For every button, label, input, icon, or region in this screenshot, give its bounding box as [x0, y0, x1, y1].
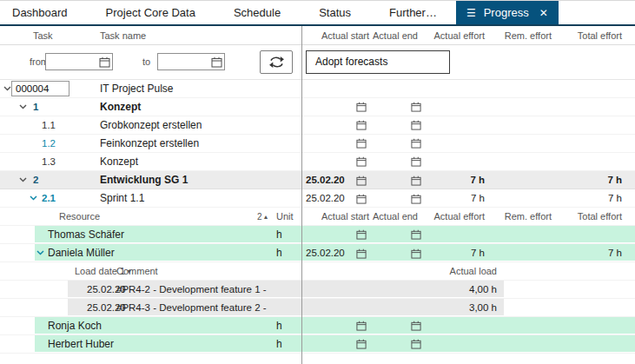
resource-name: Thomas Schäfer: [48, 226, 124, 244]
actual-start-value: 25.02.20: [306, 171, 356, 189]
calendar-icon[interactable]: [356, 194, 367, 204]
resource-unit: h: [276, 226, 282, 244]
col-actual-load[interactable]: Actual load: [450, 262, 497, 280]
calendar-icon[interactable]: [356, 138, 367, 149]
load-comment: #PR4-3 - Development feature 2 -: [116, 299, 267, 316]
pane-divider: [301, 26, 302, 364]
calendar-icon[interactable]: [411, 248, 421, 259]
col-actual-effort[interactable]: Actual effort: [426, 208, 491, 226]
total-effort-value: [556, 116, 635, 134]
col-actual-effort[interactable]: Actual effort: [426, 26, 491, 45]
chevron-down-icon[interactable]: [30, 189, 37, 207]
sort-indicator[interactable]: 2▲: [257, 208, 269, 227]
rem-effort-value: [491, 226, 556, 243]
calendar-icon[interactable]: [356, 120, 367, 130]
refresh-icon: [268, 56, 285, 69]
resource-row[interactable]: Thomas Schäfer h: [0, 226, 635, 244]
tab-further[interactable]: Further…: [370, 1, 456, 24]
project-id-input[interactable]: 000004: [11, 81, 69, 96]
task-row[interactable]: 2.1 Sprint 1.1 25.02.20 7 h 7 h: [0, 189, 635, 208]
sort-up-icon: ▲: [263, 214, 269, 220]
resource-row[interactable]: Ronja Koch h: [0, 317, 635, 335]
actual-effort-value: 7 h: [426, 171, 491, 189]
calendar-icon[interactable]: [411, 138, 421, 149]
calendar-icon[interactable]: [356, 175, 367, 186]
total-effort-value: [556, 153, 635, 170]
actual-effort-value: 7 h: [426, 189, 491, 208]
task-row-root[interactable]: 000004 IT Project Pulse: [0, 80, 635, 98]
tab-dashboard[interactable]: Dashboard: [0, 1, 87, 24]
progress-view: Dashboard Project Core Data Schedule Sta…: [0, 0, 635, 364]
calendar-icon[interactable]: [411, 120, 421, 130]
total-effort-value: 7 h: [556, 189, 635, 208]
total-effort-value: 7 h: [556, 244, 635, 262]
calendar-icon[interactable]: [356, 339, 367, 349]
chevron-down-icon[interactable]: [3, 80, 11, 97]
rem-effort-value: [491, 317, 556, 334]
rem-effort-value: [491, 116, 556, 134]
col-actual-start[interactable]: Actual start: [302, 26, 371, 45]
load-value: 4,00 h: [469, 281, 497, 298]
resource-header-row: Resource 2▲ Unit Actual start Actual end…: [0, 208, 635, 226]
calendar-icon[interactable]: [411, 175, 421, 186]
actual-effort-value: [426, 317, 491, 334]
task-row[interactable]: 1.3 Konzept: [0, 153, 635, 171]
task-row[interactable]: 1.2 Feinkonzept erstellen: [0, 135, 635, 153]
chevron-down-icon[interactable]: [19, 171, 27, 189]
col-task-name[interactable]: Task name: [100, 26, 146, 45]
resource-row[interactable]: Herbert Huber h: [0, 335, 635, 354]
calendar-icon[interactable]: [411, 194, 421, 204]
col-actual-end[interactable]: Actual end: [371, 26, 426, 45]
task-tree: 000004 IT Project Pulse 1 Konzept: [0, 80, 635, 354]
task-row[interactable]: 1.1 Grobkonzept erstellen: [0, 116, 635, 135]
column-header-row: Task Task name Actual start Actual end A…: [0, 26, 635, 45]
calendar-icon[interactable]: [356, 156, 367, 167]
calendar-icon[interactable]: [356, 102, 367, 112]
rem-effort-value: [491, 244, 556, 262]
rem-effort-value: [491, 335, 556, 353]
refresh-button[interactable]: [260, 50, 293, 74]
to-label: to: [142, 56, 150, 67]
col-rem-effort[interactable]: Rem. effort: [491, 208, 556, 226]
load-value: 3,00 h: [469, 299, 497, 316]
col-task[interactable]: Task: [33, 26, 53, 45]
load-comment: #PR4-2 - Development feature 1 -: [116, 281, 267, 298]
project-name: IT Project Pulse: [100, 80, 173, 98]
col-rem-effort[interactable]: Rem. effort: [491, 26, 556, 45]
menu-icon[interactable]: ☰: [466, 8, 476, 18]
col-actual-start[interactable]: Actual start: [302, 208, 371, 226]
col-unit[interactable]: Unit: [276, 208, 294, 226]
load-row[interactable]: 25.02.20 #PR4-3 - Development feature 2 …: [0, 299, 635, 317]
calendar-icon[interactable]: [411, 321, 421, 331]
rem-effort-value: [491, 171, 556, 189]
calendar-icon[interactable]: [211, 56, 222, 68]
load-row[interactable]: 25.02.20 #PR4-2 - Development feature 1 …: [0, 281, 635, 299]
col-total-effort[interactable]: Total effort: [556, 208, 635, 226]
adopt-forecasts-button[interactable]: Adopt forecasts: [306, 50, 450, 74]
tab-progress[interactable]: ☰ Progress ✕: [456, 1, 559, 24]
calendar-icon[interactable]: [356, 229, 367, 240]
close-icon[interactable]: ✕: [539, 8, 548, 18]
chevron-down-icon[interactable]: [36, 244, 44, 261]
tab-project-core-data[interactable]: Project Core Data: [87, 1, 215, 24]
tab-status[interactable]: Status: [300, 1, 370, 24]
col-resource[interactable]: Resource: [59, 208, 100, 226]
col-comment[interactable]: Comment: [116, 262, 158, 280]
calendar-icon[interactable]: [411, 156, 421, 167]
task-row[interactable]: 2 Entwicklung SG 1 25.02.20 7 h 7 h: [0, 171, 635, 189]
total-effort-value: 7 h: [556, 171, 635, 189]
col-actual-end[interactable]: Actual end: [371, 208, 426, 226]
col-total-effort[interactable]: Total effort: [556, 26, 635, 45]
calendar-icon[interactable]: [411, 102, 421, 112]
calendar-icon[interactable]: [356, 248, 367, 259]
calendar-icon[interactable]: [99, 56, 110, 68]
task-row[interactable]: 1 Konzept: [0, 98, 635, 116]
rem-effort-value: [491, 135, 556, 152]
task-name: Grobkonzept erstellen: [100, 116, 202, 135]
chevron-down-icon[interactable]: [19, 98, 27, 116]
calendar-icon[interactable]: [411, 339, 421, 349]
calendar-icon[interactable]: [356, 321, 367, 331]
resource-row[interactable]: Daniela Müller h 25.02.20 7 h 7 h: [0, 244, 635, 262]
tab-schedule[interactable]: Schedule: [215, 1, 300, 24]
calendar-icon[interactable]: [411, 229, 421, 240]
